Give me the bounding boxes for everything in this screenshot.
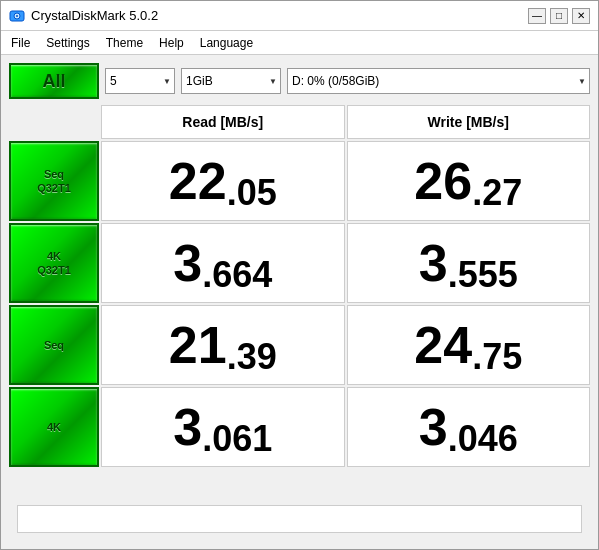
row-4k-q32t1-label[interactable]: 4KQ32T1 (9, 223, 99, 303)
main-content: All 1 3 5 10 512MiB 1GiB 2GiB 4GiB 8GiB … (1, 55, 598, 549)
menu-item-settings[interactable]: Settings (40, 34, 95, 52)
write-int-4: 3 (419, 397, 448, 457)
read-int-1: 22 (169, 151, 227, 211)
row-4k-q32t1-write: 3.555 (347, 223, 591, 303)
write-dec-1: .27 (472, 172, 522, 214)
title-bar-controls: — □ ✕ (528, 8, 590, 24)
read-dec-3: .39 (227, 336, 277, 378)
data-grid: Read [MB/s] Write [MB/s] SeqQ32T1 22.05 … (9, 105, 590, 499)
menu-bar: File Settings Theme Help Language (1, 31, 598, 55)
minimize-button[interactable]: — (528, 8, 546, 24)
read-dec-2: .664 (202, 254, 272, 296)
write-dec-3: .75 (472, 336, 522, 378)
row-4k-label[interactable]: 4K (9, 387, 99, 467)
read-dec-1: .05 (227, 172, 277, 214)
write-int-1: 26 (414, 151, 472, 211)
controls-row: All 1 3 5 10 512MiB 1GiB 2GiB 4GiB 8GiB … (9, 63, 590, 99)
read-int-3: 21 (169, 315, 227, 375)
app-title: CrystalDiskMark 5.0.2 (31, 8, 158, 23)
read-int-4: 3 (173, 397, 202, 457)
title-bar-left: CrystalDiskMark 5.0.2 (9, 8, 158, 24)
svg-point-2 (16, 15, 18, 17)
write-int-2: 3 (419, 233, 448, 293)
row-seq-q32t1-read: 22.05 (101, 141, 345, 221)
app-icon (9, 8, 25, 24)
drive-wrapper: C: D: 0% (0/58GiB) (287, 68, 590, 94)
menu-item-theme[interactable]: Theme (100, 34, 149, 52)
read-dec-4: .061 (202, 418, 272, 460)
write-dec-4: .046 (448, 418, 518, 460)
main-window: CrystalDiskMark 5.0.2 — □ ✕ File Setting… (0, 0, 599, 550)
size-wrapper: 512MiB 1GiB 2GiB 4GiB 8GiB 16GiB 32GiB (181, 68, 281, 94)
size-select[interactable]: 512MiB 1GiB 2GiB 4GiB 8GiB 16GiB 32GiB (181, 68, 281, 94)
status-bar (17, 505, 582, 533)
passes-wrapper: 1 3 5 10 (105, 68, 175, 94)
menu-item-language[interactable]: Language (194, 34, 259, 52)
title-bar: CrystalDiskMark 5.0.2 — □ ✕ (1, 1, 598, 31)
all-button[interactable]: All (9, 63, 99, 99)
passes-select[interactable]: 1 3 5 10 (105, 68, 175, 94)
row-seq-q32t1-label[interactable]: SeqQ32T1 (9, 141, 99, 221)
close-button[interactable]: ✕ (572, 8, 590, 24)
row-seq-label[interactable]: Seq (9, 305, 99, 385)
row-4k-read: 3.061 (101, 387, 345, 467)
row-seq-read: 21.39 (101, 305, 345, 385)
menu-item-help[interactable]: Help (153, 34, 190, 52)
read-header: Read [MB/s] (101, 105, 345, 139)
write-int-3: 24 (414, 315, 472, 375)
drive-select[interactable]: C: D: 0% (0/58GiB) (287, 68, 590, 94)
write-dec-2: .555 (448, 254, 518, 296)
row-seq-q32t1-write: 26.27 (347, 141, 591, 221)
row-4k-write: 3.046 (347, 387, 591, 467)
menu-item-file[interactable]: File (5, 34, 36, 52)
maximize-button[interactable]: □ (550, 8, 568, 24)
write-header: Write [MB/s] (347, 105, 591, 139)
read-int-2: 3 (173, 233, 202, 293)
row-4k-q32t1-read: 3.664 (101, 223, 345, 303)
row-seq-write: 24.75 (347, 305, 591, 385)
grid-corner (9, 105, 99, 139)
